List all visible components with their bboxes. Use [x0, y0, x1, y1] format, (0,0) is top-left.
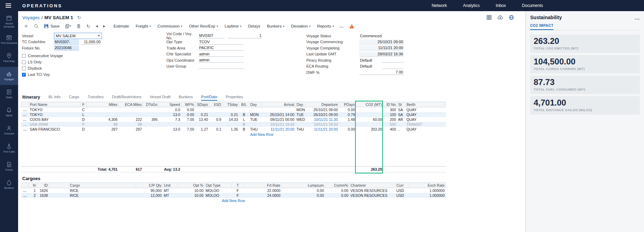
- topnav-analytics[interactable]: Analytics: [463, 3, 480, 8]
- prev-voyage-icon[interactable]: ◀: [95, 25, 98, 28]
- cargo-cell-frt[interactable]: 22.0000: [244, 188, 282, 193]
- topnav-documents[interactable]: Documents: [522, 3, 543, 8]
- itin-cell-st[interactable]: AR: [397, 117, 406, 122]
- itin-cell-eca[interactable]: 98: [119, 122, 143, 127]
- itin-cell-idno[interactable]: 300: [383, 107, 397, 112]
- tab-transfers[interactable]: Transfers: [88, 95, 104, 101]
- sidebar-item-onboard[interactable]: Onboard: [0, 121, 18, 139]
- breadcrumb-voyages-link[interactable]: Voyages: [22, 15, 40, 20]
- cargo-cell-opttype[interactable]: MOLOO: [205, 188, 232, 193]
- itin-cell-f[interactable]: P: [80, 122, 87, 127]
- add-new-row-link[interactable]: Add New Row: [222, 199, 245, 203]
- sidebar-item-fleet-map[interactable]: Fleet Map: [0, 49, 18, 67]
- tab-vessel-draft[interactable]: Vessel Draft: [150, 95, 170, 101]
- field-voyage-commencing[interactable]: 25/10/21 09:00: [359, 39, 404, 45]
- field-piracy-routing-extra[interactable]: [382, 57, 404, 63]
- itin-cell-eca[interactable]: 297: [119, 127, 143, 132]
- field-voy-no[interactable]: 1: [227, 33, 262, 38]
- checkbox-last-tci-voy[interactable]: ✓Last TCI Voy: [22, 72, 130, 78]
- itin-cell-sdays[interactable]: [195, 122, 209, 127]
- itin-cell-berth[interactable]: QUAY: [406, 117, 446, 122]
- row-menu-icon[interactable]: …: [21, 193, 29, 198]
- cargo-cell-unit[interactable]: MT: [163, 188, 178, 193]
- cargo-cell-opttype[interactable]: MOLOO: [205, 193, 232, 198]
- itin-cell-day1[interactable]: MON: [249, 112, 261, 117]
- tab-port-date[interactable]: Port/Date: [201, 95, 217, 101]
- topnav-inbox[interactable]: Inbox: [496, 3, 506, 8]
- itin-cell-wf[interactable]: 0.00: [181, 112, 195, 117]
- toolbar-menu-commission[interactable]: Commission▾: [158, 24, 182, 28]
- itin-cell-arrival[interactable]: 11/11/21 20:00: [261, 127, 296, 132]
- row-menu-icon[interactable]: …: [21, 117, 29, 122]
- tab-properties[interactable]: Properties: [226, 95, 243, 101]
- save-button[interactable]: Save: [44, 24, 60, 29]
- tab-cargo[interactable]: Cargo: [69, 95, 79, 101]
- itin-cell-day2[interactable]: [296, 122, 306, 127]
- tc-code-field[interactable]: MV0307-I00…: [54, 39, 79, 45]
- itin-cell-day1[interactable]: TUE: [249, 117, 261, 122]
- itin-cell-tsday[interactable]: 1.35: [222, 127, 239, 132]
- itin-cell-departure[interactable]: 11/11/21 20:00: [306, 127, 339, 132]
- itin-cell-port[interactable]: SAN FRANCISCO: [29, 127, 80, 132]
- itin-cell-co2[interactable]: 203.20: [356, 127, 383, 132]
- cargo-cell-charterer[interactable]: VESON RESOURCES: [350, 188, 395, 193]
- refresh-voyage-icon[interactable]: ↻: [77, 15, 81, 20]
- field-vsl-code-voy-no[interactable]: MV0307: [198, 33, 225, 38]
- itin-cell-miles[interactable]: 98: [87, 122, 119, 127]
- itin-cell-co2[interactable]: [356, 122, 383, 127]
- itin-cell-port[interactable]: USA 25NM: [29, 122, 80, 127]
- search-icon[interactable]: [34, 24, 39, 29]
- toolbar-menu-freight[interactable]: Freight▾: [136, 24, 151, 28]
- itin-cell-departure[interactable]: 25/10/21 09:00: [306, 107, 339, 112]
- sidebar-item-bunkers[interactable]: Bunkers: [0, 176, 18, 194]
- cargo-cell-t[interactable]: F: [232, 188, 244, 193]
- tab-co2-impact[interactable]: CO2 IMPACT: [530, 24, 553, 30]
- tc-hire-field[interactable]: 11,000.00: [81, 39, 101, 45]
- itin-cell-wf[interactable]: [181, 122, 195, 127]
- itin-cell-xsd[interactable]: [209, 112, 222, 117]
- itin-cell-tsday[interactable]: 0.21: [222, 112, 239, 117]
- itin-cell-st[interactable]: ..: [397, 122, 406, 127]
- itin-cell-port[interactable]: COOS BAY: [29, 117, 80, 122]
- toolbar-menu-deviation[interactable]: Deviation▾: [291, 24, 311, 28]
- itin-cell-pdays[interactable]: 0.00: [339, 107, 356, 112]
- itin-cell-port[interactable]: TOKYO: [29, 112, 80, 117]
- vessel-select[interactable]: MV SALEM ▼: [54, 33, 102, 39]
- itin-cell-xsd[interactable]: 0.9: [209, 117, 222, 122]
- field-user-group[interactable]: [198, 64, 244, 69]
- grid-view-icon[interactable]: [486, 15, 492, 20]
- fixture-no-field[interactable]: 20210046: [54, 45, 79, 51]
- field-piracy-routing[interactable]: Default: [359, 58, 380, 62]
- add-icon[interactable]: [24, 24, 29, 29]
- itin-cell-pdays[interactable]: 0.00: [339, 127, 356, 132]
- toolbar-overflow-icon[interactable]: …: [339, 25, 344, 28]
- refresh-icon[interactable]: ↻: [86, 24, 90, 29]
- itin-cell-bl[interactable]: [239, 107, 249, 112]
- itin-cell-bl[interactable]: B: [239, 112, 249, 117]
- sidebar-item-alerts[interactable]: Alerts: [0, 103, 18, 121]
- cargo-cell-n[interactable]: 2: [29, 193, 37, 198]
- itin-cell-idno[interactable]: 100: [383, 112, 397, 117]
- itin-cell-berth[interactable]: QUAY: [406, 107, 446, 112]
- toolbar-menu-laytime[interactable]: Laytime▾: [225, 24, 241, 28]
- itin-cell-idno[interactable]: 200: [383, 117, 397, 122]
- cargo-cell-cargo[interactable]: RICE: [69, 188, 136, 193]
- sidebar-item-vessel-schedule[interactable]: Vessel Schedule: [0, 13, 18, 31]
- add-new-row-link[interactable]: Add New Row: [250, 132, 274, 137]
- itin-cell-wf[interactable]: 0.00: [181, 107, 195, 112]
- panel-more-icon[interactable]: …: [635, 16, 640, 19]
- itin-cell-co2[interactable]: [356, 107, 383, 112]
- cargo-cell-exch[interactable]: 1.000000: [409, 193, 446, 198]
- itin-cell-dtogo[interactable]: 395: [143, 117, 159, 122]
- cargo-cell-exch[interactable]: 1.000000: [409, 188, 446, 193]
- cargo-cell-t[interactable]: F: [232, 193, 244, 198]
- itin-cell-sdays[interactable]: [195, 107, 209, 112]
- itin-cell-bl[interactable]: B: [239, 127, 249, 132]
- copy-voyage-icon[interactable]: ▾: [65, 24, 71, 29]
- itin-cell-wf[interactable]: 7.00: [181, 127, 195, 132]
- itin-cell-st[interactable]: SA: [397, 112, 406, 117]
- itin-cell-day1[interactable]: [249, 107, 261, 112]
- menu-icon[interactable]: [0, 3, 17, 8]
- field-ops-coordinator[interactable]: admin: [198, 57, 244, 63]
- topnav-network[interactable]: Network: [432, 3, 447, 8]
